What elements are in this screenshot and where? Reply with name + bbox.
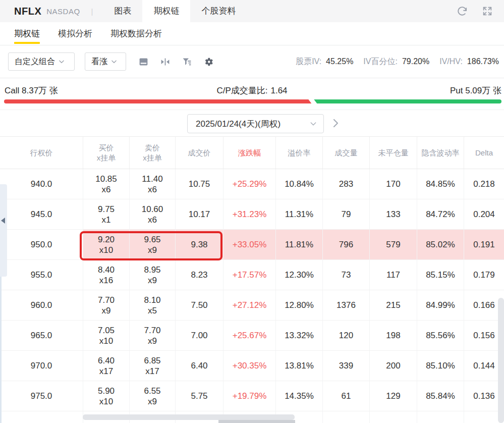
cell-oi: 579 [370, 230, 417, 259]
column-header-bid: 买价x挂单 [83, 137, 130, 169]
cp-volume-ratio: C/P成交量比:1.64 [0, 85, 504, 96]
cell-change: +19.79% [223, 381, 276, 411]
cell-volume: 73 [323, 260, 370, 290]
column-header-delta: Delta [464, 137, 504, 169]
table-row-strike-970.0[interactable]: 970.06.40x176.85x176.40+30.35%13.81%3392… [0, 351, 504, 381]
fullscreen-icon[interactable] [482, 6, 493, 17]
tab-options-chain[interactable]: 期权链 [142, 0, 190, 22]
tab-chart[interactable]: 图表 [103, 0, 142, 22]
toolbar-icons [138, 57, 214, 67]
chevron-down-icon [309, 120, 317, 128]
cell-volume [323, 411, 370, 423]
call-put-volume-section: Call 8.37万 张 C/P成交量比:1.64 Put 5.09万 张 [0, 78, 504, 110]
cell-delta: 0.179 [464, 260, 504, 290]
cell-last: 10.17 [176, 199, 223, 229]
cell-iv: 84.72% [417, 199, 464, 229]
subtab-options-data-analysis[interactable]: 期权数据分析 [110, 22, 162, 45]
table-row-strike-955.0[interactable]: 955.08.40x168.95x98.23+17.57%12.30%73117… [0, 260, 504, 290]
cell-change: +17.57% [223, 260, 276, 290]
option-table-body: 940.010.85x611.40x610.75+25.29%10.84%283… [0, 169, 504, 423]
cell-iv: 85.84% [417, 381, 464, 411]
refresh-icon[interactable] [457, 6, 468, 17]
cell-premium: 13.81% [276, 351, 323, 381]
stat-value: 186.73% [467, 57, 499, 66]
cell-last: 9.38 [176, 230, 223, 259]
cell-premium: 11.81% [276, 230, 323, 259]
cell-ask: 6.55x9 [130, 381, 176, 411]
table-row-strike-940.0[interactable]: 940.010.85x611.40x610.75+25.29%10.84%283… [0, 169, 504, 199]
cell-ask: 9.65x9 [130, 230, 176, 259]
cell-iv: 85.02% [417, 230, 464, 259]
table-row-strike-975.0[interactable]: 975.05.90x106.55x95.75+19.79%14.35%61129… [0, 381, 504, 411]
column-header-oi: 未平仓量 [370, 137, 417, 169]
cell-change: +25.67% [223, 321, 276, 350]
cell-strike: 965.0 [0, 321, 83, 350]
cell-strike: 955.0 [0, 260, 83, 290]
cell-bid: 9.20x10 [83, 230, 130, 259]
cell-iv: 85.56% [417, 321, 464, 350]
cell-strike [0, 411, 83, 423]
cell-change: +33.05% [223, 230, 276, 259]
cell-change: +30.35% [223, 351, 276, 381]
volume-texts: Call 8.37万 张 C/P成交量比:1.64 Put 5.09万 张 [0, 78, 504, 95]
cell-last: 6.40 [176, 351, 223, 381]
horizontal-scrollbar-thumb[interactable] [83, 414, 295, 420]
column-header-volume: 成交量 [323, 137, 370, 169]
cell-oi: 215 [370, 290, 417, 320]
cp-ratio-value: 1.64 [270, 86, 287, 95]
cell-premium: 12.80% [276, 290, 323, 320]
subtab-simulation-analysis[interactable]: 模拟分析 [58, 22, 92, 45]
cell-oi [370, 411, 417, 423]
top-bar: NFLX NASDAQ | 图表 期权链 个股资料 [0, 0, 504, 22]
put-volume-bar [314, 99, 501, 103]
direction-select[interactable]: 看涨 [85, 52, 126, 71]
cp-ratio-label: C/P成交量比: [216, 86, 267, 95]
strategy-select-label: 自定义组合 [15, 57, 55, 67]
next-expiry-icon[interactable] [329, 117, 342, 129]
cell-iv: 85.15% [417, 260, 464, 290]
column-header-last: 成交价 [176, 137, 223, 169]
put-volume-label: Put 5.09万 张 [450, 85, 501, 96]
outer-horizontal-scrollbar[interactable] [218, 420, 295, 423]
cell-oi: 129 [370, 381, 417, 411]
stat-label: IV百分位: [363, 57, 398, 67]
cell-volume: 339 [323, 351, 370, 381]
cell-strike: 975.0 [0, 381, 83, 411]
settings-gear-icon[interactable] [203, 57, 214, 67]
table-row-strike-945.0[interactable]: 945.09.75x110.60x610.17+31.23%11.31%7913… [0, 199, 504, 230]
cell-strike: 970.0 [0, 351, 83, 381]
table-row-strike-965.0[interactable]: 965.07.05x107.70x97.00+25.67%13.32%12019… [0, 321, 504, 351]
filter-icon[interactable] [182, 57, 192, 67]
table-row-strike-960.0[interactable]: 960.07.70x98.10x57.50+27.12%12.80%137621… [0, 290, 504, 321]
vertical-scrollbar-thumb[interactable] [498, 298, 504, 423]
cell-volume: 1376 [323, 290, 370, 320]
cell-last: 8.23 [176, 260, 223, 290]
strategy-select[interactable]: 自定义组合 [8, 52, 75, 71]
cell-bid: 9.75x1 [83, 199, 130, 229]
cell-ask: 8.95x9 [130, 260, 176, 290]
cell-ask: 6.85x17 [130, 351, 176, 381]
cell-delta: 0.204 [464, 199, 504, 229]
board-icon[interactable] [138, 57, 149, 67]
chevron-down-icon [58, 58, 65, 65]
column-header-premium: 溢价率 [276, 137, 323, 169]
cell-last: 5.75 [176, 381, 223, 411]
options-chain-panel: NFLX NASDAQ | 图表 期权链 个股资料 期权链 模拟分析 期权数据分… [0, 0, 504, 423]
cell-strike: 940.0 [0, 169, 83, 199]
collapse-columns-icon[interactable] [160, 57, 171, 67]
cell-change: +25.29% [223, 169, 276, 199]
table-row-strike-950.0[interactable]: 950.09.20x109.65x99.38+33.05%11.81%79657… [0, 230, 504, 260]
collapse-sidebar-handle[interactable] [0, 184, 7, 277]
expiry-date-label: 2025/01/24(4天)(周权) [196, 118, 281, 130]
stat-value: 79.20% [402, 57, 429, 66]
cell-volume: 120 [323, 321, 370, 350]
subtab-options-chain[interactable]: 期权链 [14, 22, 40, 45]
expiry-row: 2025/01/24(4天)(周权) [0, 110, 504, 136]
stat-iv-percentile: IV百分位: 79.20% [363, 57, 429, 67]
expiry-date-select[interactable]: 2025/01/24(4天)(周权) [187, 114, 324, 133]
stock-exchange: NASDAQ [46, 7, 80, 16]
stat-label: 股票IV: [296, 57, 321, 67]
column-header-iv: 隐含波动率 [417, 137, 464, 169]
tab-stock-info[interactable]: 个股资料 [190, 0, 247, 22]
cell-ask: 10.60x6 [130, 199, 176, 229]
